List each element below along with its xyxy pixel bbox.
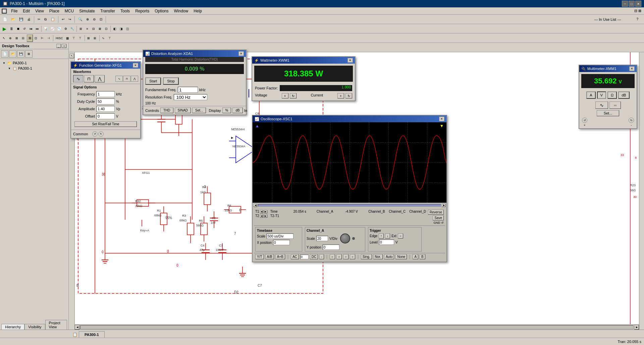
da-start-btn[interactable]: Start xyxy=(145,77,161,85)
menu-file[interactable]: File xyxy=(8,8,20,14)
place-btn15[interactable]: ⊤ xyxy=(107,34,113,42)
toolbox-close-btn[interactable]: × xyxy=(62,44,66,48)
tb-xpos-input[interactable] xyxy=(273,240,290,245)
mm-ampere-btn[interactable]: A xyxy=(586,91,595,99)
tab-visibility[interactable]: Visibility xyxy=(24,324,45,330)
sim-btn12[interactable]: ⊠ xyxy=(97,25,103,32)
trig-ext-btn[interactable]: ○ xyxy=(398,233,403,238)
fg-offset-input[interactable] xyxy=(96,113,115,119)
sim-btn13[interactable]: ⊡ xyxy=(103,25,109,32)
tb-save[interactable]: 💾 xyxy=(17,50,24,58)
osc-title-bar[interactable]: 📈 Oscilloscope-XSC1 ✕ xyxy=(253,116,446,122)
sim-btn11[interactable]: ⊟ xyxy=(91,25,97,32)
sim-btn5[interactable]: 📈 xyxy=(49,25,56,32)
osc-t2-left[interactable]: ◀ xyxy=(260,214,263,218)
place-btn1[interactable]: ↖ xyxy=(1,34,7,42)
menu-options[interactable]: Options xyxy=(152,8,171,14)
menu-edit[interactable]: Edit xyxy=(20,8,33,14)
scroll-left-btn[interactable]: ◀ xyxy=(75,325,79,330)
place-btn3[interactable]: ⊠ xyxy=(14,34,20,42)
save-button[interactable]: 💾 xyxy=(17,16,25,23)
wm-i-minus[interactable]: ↻ xyxy=(345,93,352,98)
osc-scroll-left[interactable]: ◀ xyxy=(253,204,257,207)
osc-ac-input[interactable] xyxy=(300,255,309,259)
osc-ab-btn[interactable]: A/B xyxy=(265,254,274,259)
fg-duty-input[interactable] xyxy=(96,98,115,105)
tree-root[interactable]: ▼ 📁 PA300-1 xyxy=(1,60,67,66)
osc-dc-btn[interactable]: DC xyxy=(310,254,318,259)
place-btn11[interactable]: ⊤ xyxy=(77,34,84,42)
fg-amp-input[interactable] xyxy=(96,106,115,112)
mm-close-btn[interactable]: ✕ xyxy=(629,66,635,71)
menu-window[interactable]: Window xyxy=(171,8,191,14)
stop-sim-button[interactable]: ■ xyxy=(15,25,21,32)
place-btn10[interactable]: ⊤ xyxy=(71,34,77,42)
cha-ypos-input[interactable] xyxy=(323,245,339,250)
tab-project-view[interactable]: Project View xyxy=(45,320,67,330)
zoom-area-button[interactable]: 🔍 xyxy=(76,16,84,23)
sim-btn7[interactable]: ⚙ xyxy=(63,25,69,32)
close-button[interactable]: ✕ xyxy=(635,1,641,7)
osc-trig-a-btn[interactable]: A xyxy=(413,254,418,259)
tb-scale-input[interactable] xyxy=(267,233,293,239)
sim-btn4[interactable]: 📊 xyxy=(43,25,49,32)
osc-t1-right[interactable]: ▶ xyxy=(264,210,267,213)
cut-button[interactable]: ✂ xyxy=(36,16,42,23)
left-tool-1[interactable]: ↖ xyxy=(69,54,74,58)
sim-btn2[interactable]: ⏮ xyxy=(28,25,34,32)
wm-i-plus[interactable]: + xyxy=(337,93,344,98)
schematic-tab[interactable]: PA300-1 xyxy=(79,331,105,338)
menu-transfer[interactable]: Transfer xyxy=(98,8,118,14)
place-component-btn[interactable]: ⊞ xyxy=(27,34,33,42)
sim-btn16[interactable]: ◫ xyxy=(124,25,130,32)
fg-sine-btn[interactable]: ∿ xyxy=(73,75,83,82)
wm-v-minus[interactable]: ↻ xyxy=(290,93,297,98)
fg-title-bar[interactable]: ⚡ Function Generator-XFG1 ✕ xyxy=(71,62,140,69)
mm-title-bar[interactable]: 🔌 Multimeter-XMM1 ✕ xyxy=(579,65,637,72)
new-button[interactable]: 📄 xyxy=(1,16,9,23)
osc-t1-left[interactable]: ◀ xyxy=(260,210,263,213)
osc-close-btn[interactable]: ✕ xyxy=(439,117,444,121)
fg-close-btn[interactable]: ✕ xyxy=(133,63,138,68)
mm-io-btn1[interactable]: ↺ xyxy=(582,118,587,123)
cha-dial[interactable] xyxy=(340,233,350,244)
scroll-right-btn[interactable]: ▶ xyxy=(634,325,639,330)
run-button[interactable]: ▶ xyxy=(1,25,8,32)
fg-risetime-btn[interactable]: Set Rise/Fall Time xyxy=(74,121,137,127)
right-scroll[interactable] xyxy=(639,52,644,330)
fg-common-btn1[interactable]: ↺ xyxy=(92,131,98,137)
osc-radio4[interactable]: ○ xyxy=(350,254,355,259)
pause-button[interactable]: ⏸ xyxy=(8,25,15,32)
fg-freq-input[interactable] xyxy=(96,91,115,97)
osc-none-btn[interactable]: None xyxy=(395,254,407,259)
place-btn9[interactable]: ▦ xyxy=(65,34,71,42)
osc-auto-btn[interactable]: Auto xyxy=(384,254,394,259)
sim-btn14[interactable]: ◧ xyxy=(112,25,118,32)
sim-btn8[interactable]: 🔧 xyxy=(69,25,75,32)
redo-button[interactable]: ↪ xyxy=(67,16,73,23)
tb-close[interactable]: ⊠ xyxy=(25,50,33,58)
osc-save-btn[interactable]: Save xyxy=(433,215,444,220)
menu-help[interactable]: Help xyxy=(191,8,205,14)
da-percent-btn[interactable]: % xyxy=(222,108,231,113)
trig-rise-btn[interactable]: ↑ xyxy=(379,233,384,238)
menu-view[interactable]: View xyxy=(33,8,47,14)
da-sinad-btn[interactable]: SINAD xyxy=(175,108,191,113)
tb-open[interactable]: 📂 xyxy=(9,50,16,58)
fg-triangle-btn[interactable]: ⋀ xyxy=(95,75,105,82)
place-btn4[interactable]: ⊟ xyxy=(20,34,26,42)
osc-radio3[interactable]: ○ xyxy=(343,254,348,259)
menu-mcu[interactable]: MCU xyxy=(62,8,76,14)
sim-btn15[interactable]: ◨ xyxy=(118,25,124,32)
mm-ohm-btn[interactable]: Ω xyxy=(607,91,617,99)
help-button[interactable]: ? xyxy=(635,16,640,23)
zoom-in-button[interactable]: ⊕ xyxy=(85,16,91,23)
sim-btn9[interactable]: ⊞ xyxy=(78,25,84,32)
place-btn5[interactable]: ⊡ xyxy=(33,34,39,42)
fund-freq-input[interactable] xyxy=(178,87,198,93)
osc-sing-btn[interactable]: Sing. xyxy=(361,254,372,259)
zoom-fit-button[interactable]: ⊡ xyxy=(98,16,104,23)
tb-new[interactable]: 📄 xyxy=(1,50,8,58)
osc-trig-b-btn[interactable]: B xyxy=(420,254,425,259)
osc-apb-btn[interactable]: A+B xyxy=(275,254,285,259)
